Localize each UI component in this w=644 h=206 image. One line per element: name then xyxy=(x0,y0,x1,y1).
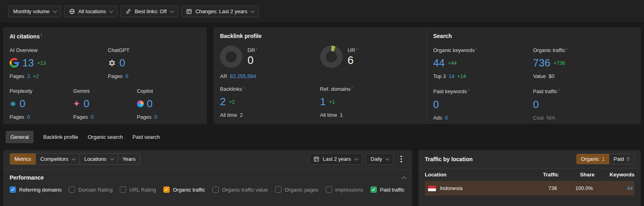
ref-domains-value[interactable]: 1 xyxy=(320,96,326,108)
chevron-down-icon xyxy=(72,156,76,160)
tab-paid-search[interactable]: Paid search xyxy=(133,131,160,143)
toggle-organic-label: Organic xyxy=(581,156,599,162)
top3-delta: +14 xyxy=(457,73,466,79)
checkbox-domain-rating[interactable]: Domain Rating xyxy=(69,186,113,193)
ai-overview-value: 13 xyxy=(22,57,34,69)
paid-traffic-block: Paid traffic 0 Cost N/A xyxy=(533,88,633,120)
all-locations-dropdown[interactable]: All locations xyxy=(64,6,117,17)
collapse-chevron-up-icon[interactable] xyxy=(401,176,406,181)
value-amount: $0 xyxy=(549,73,554,79)
top3-value[interactable]: 14 xyxy=(449,73,454,79)
copilot-icon xyxy=(137,100,144,107)
segment-metrics[interactable]: Metrics xyxy=(10,154,36,164)
keywords-value[interactable]: 44 xyxy=(593,185,633,191)
info-icon[interactable] xyxy=(351,86,353,92)
backlinks-value[interactable]: 2 xyxy=(220,96,226,108)
pages-value[interactable]: 0 xyxy=(155,114,157,120)
info-icon[interactable] xyxy=(557,89,559,95)
segment-competitors-label: Competitors xyxy=(40,156,68,162)
more-options-kebab-icon[interactable] xyxy=(397,154,406,165)
table-row[interactable]: Indonesia 736 100.0% 44 xyxy=(425,181,634,196)
pages-value[interactable]: 2 xyxy=(27,73,30,79)
tab-general[interactable]: General xyxy=(6,131,34,143)
ai-overview-delta: +13 xyxy=(37,60,46,66)
checkbox-unchecked-icon xyxy=(69,186,75,193)
perplexity-value: 0 xyxy=(20,98,25,110)
backlink-profile-title: Backlink profile xyxy=(220,33,420,39)
checkbox-impressions[interactable]: Impressions xyxy=(326,186,363,193)
info-icon[interactable] xyxy=(242,86,244,92)
chevron-down-icon xyxy=(386,156,390,160)
chevron-down-icon xyxy=(53,9,57,13)
chevron-down-icon xyxy=(110,156,114,160)
chevron-down-icon xyxy=(109,9,113,13)
changes-label: Changes: Last 2 years xyxy=(195,8,247,14)
checkbox-label: Organic traffic value xyxy=(222,187,268,193)
toggle-paid[interactable]: Paid 0 xyxy=(609,154,634,164)
info-icon[interactable] xyxy=(255,48,257,54)
value-label: Value xyxy=(533,73,546,79)
date-range-dropdown[interactable]: Last 2 years xyxy=(309,153,363,165)
alltime-label: All time xyxy=(320,112,337,118)
dr-gauge xyxy=(220,46,242,68)
segment-years[interactable]: Years xyxy=(118,154,140,164)
changes-dropdown[interactable]: Changes: Last 2 years xyxy=(181,6,259,17)
tab-backlink-profile-label: Backlink profile xyxy=(43,134,78,140)
best-links-dropdown[interactable]: Best links: Off xyxy=(121,6,178,17)
pages-value[interactable]: 0 xyxy=(27,114,30,120)
checkbox-url-rating[interactable]: URL Rating xyxy=(120,186,156,193)
cost-value: N/A xyxy=(547,115,555,121)
chevron-down-icon xyxy=(251,9,255,13)
traffic-value: 736 xyxy=(525,185,557,191)
checkbox-paid-traffic[interactable]: Paid traffic xyxy=(371,186,404,193)
ar-value[interactable]: 82,255,584 xyxy=(230,73,256,79)
organic-traffic-value[interactable]: 736 xyxy=(533,57,550,69)
checkbox-label: Paid traffic xyxy=(380,187,404,193)
ai-stat-copilot: Copilot 0 Pages 0 xyxy=(137,88,200,120)
granularity-dropdown[interactable]: Daily xyxy=(366,153,394,165)
metric-checkboxes: Referring domains Domain Rating URL Rati… xyxy=(3,185,412,194)
info-icon[interactable] xyxy=(40,33,42,40)
pages-value[interactable]: 0 xyxy=(125,73,128,79)
backlinks-label: Backlinks xyxy=(220,86,242,92)
cost-label: Cost xyxy=(533,115,544,121)
tab-organic-search[interactable]: Organic search xyxy=(88,131,123,143)
organic-keywords-block: Organic keywords 44 +44 Top 3 14 +14 xyxy=(433,47,533,79)
paid-keywords-block: Paid keywords 0 Ads 0 xyxy=(433,88,533,120)
organic-keywords-value[interactable]: 44 xyxy=(433,57,445,69)
checkbox-organic-pages[interactable]: Organic pages xyxy=(275,186,319,193)
info-icon[interactable] xyxy=(355,48,357,54)
ads-value[interactable]: 0 xyxy=(445,115,448,121)
globe-icon xyxy=(69,8,75,14)
checkbox-organic-traffic[interactable]: Organic traffic xyxy=(163,186,205,193)
toggle-organic[interactable]: Organic 1 xyxy=(577,154,609,164)
organic-traffic-label: Organic traffic xyxy=(533,47,565,53)
pages-value[interactable]: 0 xyxy=(91,114,93,120)
performance-title: Performance xyxy=(10,174,44,181)
ref-domains-block: Ref. domains 1 +1 All time 1 xyxy=(320,86,420,118)
ads-label: Ads xyxy=(433,115,442,121)
ai-stat-chatgpt: ChatGPT 0 Pages 0 xyxy=(108,47,129,79)
paid-traffic-label: Paid traffic xyxy=(533,89,557,95)
tab-backlink-profile[interactable]: Backlink profile xyxy=(43,131,78,143)
share-value: 100.0% xyxy=(557,185,593,191)
segment-locations[interactable]: Locations xyxy=(80,154,118,164)
ai-stat-perplexity: Perplexity 0 Pages 0 xyxy=(10,88,73,120)
dr-label: DR xyxy=(248,48,255,54)
copilot-label: Copilot xyxy=(137,88,200,94)
checkbox-label: URL Rating xyxy=(129,187,156,193)
checkbox-organic-traffic-value[interactable]: Organic traffic value xyxy=(212,186,268,193)
paid-traffic-value[interactable]: 0 xyxy=(533,98,539,111)
paid-keywords-value[interactable]: 0 xyxy=(433,98,439,111)
search-title: Search xyxy=(433,33,634,39)
info-icon[interactable] xyxy=(467,89,469,95)
segment-competitors[interactable]: Competitors xyxy=(36,154,80,164)
info-icon[interactable] xyxy=(565,47,567,53)
checkbox-referring-domains[interactable]: Referring domains xyxy=(10,186,61,193)
ur-block: UR 6 xyxy=(320,46,420,79)
best-links-label: Best links: Off xyxy=(135,8,166,14)
pages-label: Pages xyxy=(137,114,152,120)
backlinks-block: Backlinks 2 +2 All time 2 xyxy=(220,86,320,118)
monthly-volume-dropdown[interactable]: Monthly volume xyxy=(8,6,61,17)
info-icon[interactable] xyxy=(475,47,477,53)
